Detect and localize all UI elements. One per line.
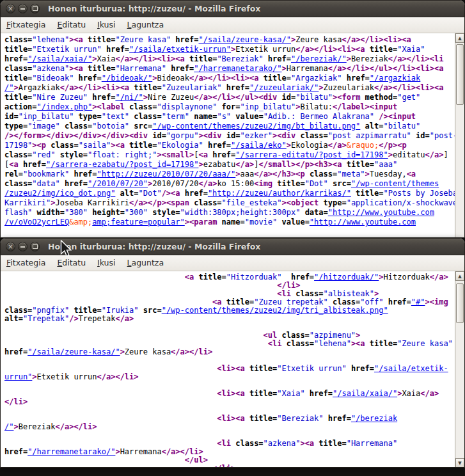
- code-text: Joseba Karrikiri: [55, 198, 129, 207]
- source-link[interactable]: "/hitzorduak/": [314, 273, 379, 282]
- maximize-button[interactable]: [30, 242, 40, 251]
- code-attr-name: title=: [4, 74, 32, 83]
- menu-item-ikusi[interactable]: Ikusi: [91, 17, 121, 33]
- code-attr-name: class=: [129, 112, 162, 121]
- menu-accelerator: E: [57, 258, 62, 267]
- code-attr-name: class=: [60, 122, 93, 131]
- source-link[interactable]: "/zuzeulariak/": [249, 83, 319, 92]
- code-tag: <img: [254, 179, 277, 188]
- code-attr-name: class=: [4, 64, 32, 73]
- source-link[interactable]: "/saila/etxetik-urrun": [129, 45, 231, 54]
- code-text: Trepetak: [79, 314, 116, 323]
- source-link[interactable]: "/bereziak: [351, 414, 397, 423]
- code-attr-name: class=: [296, 289, 323, 298]
- menubar: FitxategiaEditatuIkusiLaguntza: [1, 255, 464, 271]
- source-line: id="inp_bilatu" type="text" class="term"…: [4, 112, 455, 122]
- source-link[interactable]: "/index.php": [37, 102, 93, 111]
- source-link[interactable]: "http://www.youtube.com: [328, 208, 434, 217]
- scrollbar-thumb[interactable]: [456, 283, 464, 323]
- code-entity: &raquo;: [347, 141, 379, 150]
- source-link[interactable]: amp;feature=popular": [92, 218, 185, 226]
- code-tag: ><a: [111, 141, 129, 150]
- scrollbar-down-button[interactable]: ▼: [455, 458, 464, 468]
- code-tag: </a></li><li><a: [189, 74, 264, 83]
- code-tag: </p><p: [379, 141, 406, 150]
- source-link[interactable]: "/sarrera-ezabatu/?post_id=17198": [46, 160, 198, 169]
- source-link[interactable]: "/wp-content/themes: [351, 179, 439, 188]
- vertical-scrollbar[interactable]: ▲ ▼: [455, 271, 464, 468]
- code-tag: </a>: [328, 141, 347, 150]
- source-line: /">Bereziak</a></li>: [4, 423, 455, 431]
- source-link[interactable]: "/harremanetarako/": [28, 447, 115, 456]
- source-line: Karrikiri">Joseba Karrikiri</a></p><span…: [4, 198, 455, 208]
- code-attr-value: "bilatu": [296, 93, 333, 102]
- source-line: rel="bookmark" href="http://zuzeu/2010/0…: [4, 170, 455, 179]
- close-button[interactable]: ×: [6, 4, 15, 13]
- code-attr-name: src=: [328, 179, 351, 188]
- source-link[interactable]: /": [4, 83, 13, 92]
- code-attr-name: class=: [287, 339, 314, 348]
- code-attr-name: class=: [51, 141, 78, 150]
- source-line: title="Nire Zuzeu" href="/ni/">Nire Zuze…: [4, 93, 455, 102]
- menu-item-fitxategia[interactable]: Fitxategia: [1, 17, 51, 33]
- code-attr-value: "Posts by Joseba: [383, 189, 455, 198]
- source-link[interactable]: "/wp-content/themes/zuzeu2/img/tri_albis…: [162, 306, 388, 315]
- titlebar[interactable]: × Honen iturburua: http://zuzeu/ - Mozil…: [1, 1, 464, 17]
- source-link[interactable]: "/saila/zeure-kasa/": [28, 347, 120, 356]
- code-attr-name: href=: [185, 189, 208, 198]
- source-link[interactable]: "http://zuzeu/author/karrikas/": [208, 189, 351, 198]
- source-link[interactable]: "/saila/xaia/": [333, 389, 397, 398]
- code-tag: >: [347, 54, 351, 63]
- code-attr-name: class=: [310, 170, 337, 178]
- source-link[interactable]: "/harremanetarako/": [194, 64, 281, 73]
- code-attr-name: href=: [102, 45, 129, 54]
- menu-item-editatu[interactable]: Editatu: [51, 255, 91, 271]
- source-link[interactable]: "/saila/eko": [231, 141, 287, 150]
- scrollbar-up-button[interactable]: ▲: [455, 271, 464, 281]
- code-attr-value: "Etxetik urrun": [32, 45, 101, 54]
- source-link[interactable]: "/ni/": [115, 93, 143, 102]
- vertical-scrollbar[interactable]: ▲: [455, 33, 464, 238]
- source-link[interactable]: "/argazkiak: [370, 74, 420, 83]
- code-tag: ><img: [425, 298, 448, 306]
- source-link[interactable]: "/saila/etxetik-: [374, 364, 448, 373]
- source-link[interactable]: /zuzeu2/img/ico_dot.png": [4, 189, 115, 198]
- code-attr-name: height=: [88, 208, 125, 217]
- source-link[interactable]: /v/oVoO2ycrLEQ: [4, 218, 69, 226]
- source-link[interactable]: "http://zuzeu/2010/07/20/aaa/": [97, 170, 236, 178]
- titlebar[interactable]: × Honen iturburua: http://zuzeu/ - Mozil…: [1, 239, 464, 255]
- code-attr-value: "Nire Zuzeu": [32, 93, 88, 102]
- source-link[interactable]: "/saila/xaia/": [28, 54, 92, 63]
- menu-item-ikusi[interactable]: Ikusi: [91, 255, 121, 271]
- source-link[interactable]: "/2010/07/20": [88, 179, 148, 188]
- source-link[interactable]: "/bideoak/": [102, 74, 152, 83]
- maximize-button[interactable]: [30, 4, 40, 13]
- code-tag: /><input: [374, 112, 416, 121]
- source-link[interactable]: "/sarrera-editatu/?post_id=17198": [235, 150, 388, 159]
- source-link[interactable]: urrun": [4, 372, 32, 381]
- minimize-button[interactable]: [18, 4, 28, 13]
- minimize-button[interactable]: [18, 242, 28, 251]
- scrollbar-thumb[interactable]: [456, 44, 464, 105]
- code-attr-value: "380": [65, 208, 88, 217]
- code-attr-name: title=: [351, 189, 384, 198]
- close-button[interactable]: ×: [6, 242, 15, 251]
- code-attr-name: alt=: [360, 122, 383, 131]
- code-tag: ><param: [185, 218, 222, 226]
- source-link[interactable]: "/wp-content/themes/zuzeu2/img/bt_bilatu…: [152, 122, 360, 131]
- scrollbar-up-button[interactable]: ▲: [455, 33, 464, 43]
- source-link[interactable]: "/bereziak/": [291, 54, 347, 63]
- code-attr-name: title=: [264, 74, 291, 83]
- menu-item-laguntza[interactable]: Laguntza: [122, 17, 170, 33]
- source-link[interactable]: "#": [411, 298, 425, 306]
- code-attr-value: "image": [28, 122, 60, 131]
- source-link[interactable]: "http://www.youtube.com: [310, 218, 416, 226]
- code-tag: >: [32, 372, 36, 381]
- menu-item-fitxategia[interactable]: Fitxategia: [1, 255, 51, 271]
- code-attr-value: "Xaia": [397, 45, 425, 54]
- menu-item-laguntza[interactable]: Laguntza: [122, 255, 170, 271]
- source-link[interactable]: "/saila/zeure-kasa/": [198, 35, 291, 44]
- menu-item-editatu[interactable]: Editatu: [51, 17, 91, 33]
- source-link[interactable]: /": [4, 422, 13, 431]
- code-attr-name: href=: [166, 64, 194, 73]
